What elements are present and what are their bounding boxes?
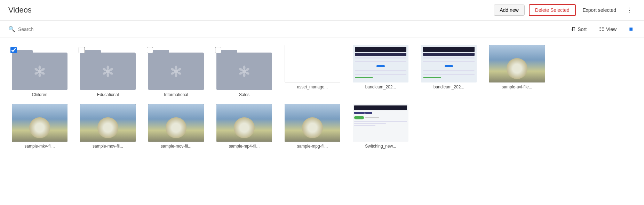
item-label-sales: Sales — [239, 92, 249, 97]
grid-row-1: Children Educational — [8, 45, 636, 97]
grid-icon: ■ — [629, 25, 633, 33]
grid-item-bandicam2[interactable]: bandicam_202... — [418, 45, 480, 97]
item-label-sample_mov2: sample-mov-fil... — [161, 144, 191, 149]
item-label-bandicam2: bandicam_202... — [434, 85, 464, 89]
grid-view-button[interactable]: ■ — [626, 24, 636, 34]
item-label-educational: Educational — [97, 92, 119, 97]
more-options-button[interactable]: ⋮ — [623, 5, 636, 16]
item-label-sample_avi: sample-avi-file... — [502, 85, 532, 89]
item-label-sample_mkv: sample-mkv-fil... — [24, 144, 55, 149]
item-label-informational: Informational — [164, 92, 188, 97]
item-label-asset_manage: asset_manage... — [297, 85, 328, 89]
sort-button[interactable]: ⇵ Sort — [568, 24, 589, 34]
svg-point-18 — [175, 73, 177, 77]
grid-item-informational[interactable]: Informational — [145, 45, 207, 97]
grid-item-sample_avi[interactable]: sample-avi-file... — [486, 45, 548, 97]
folder-checkbox-informational[interactable] — [147, 47, 153, 54]
grid-item-switching_new[interactable]: Switching_new... — [349, 104, 412, 149]
page-title: Videos — [8, 6, 494, 15]
grid-item-sample_mp4[interactable]: sample-mp4-fil... — [213, 104, 276, 149]
search-input[interactable] — [18, 26, 122, 32]
item-label-switching_new: Switching_new... — [365, 144, 396, 149]
checkbox-children[interactable] — [10, 47, 17, 53]
toolbar-right: ⇵ Sort ☷ View ■ — [568, 24, 636, 34]
folder-checkbox-children[interactable] — [10, 47, 17, 54]
svg-point-8 — [106, 65, 109, 70]
checkbox-sales[interactable] — [215, 47, 221, 53]
grid-item-asset_manage[interactable]: asset_manage... — [281, 45, 344, 97]
item-label-children: Children — [32, 92, 48, 97]
folder-checkbox-educational[interactable] — [79, 47, 85, 54]
toolbar: 🔍 ⇵ Sort ☷ View ■ — [0, 21, 644, 38]
sort-label: Sort — [578, 26, 587, 32]
folder-checkbox-sales[interactable] — [215, 47, 221, 54]
header: Videos Add new Delete Selected Export se… — [0, 0, 644, 21]
grid-item-sales[interactable]: Sales — [213, 45, 276, 97]
svg-point-1 — [38, 65, 41, 70]
svg-point-22 — [243, 65, 245, 70]
item-label-sample_mp4: sample-mp4-fil... — [229, 144, 260, 149]
add-new-button[interactable]: Add new — [494, 5, 524, 16]
view-button[interactable]: ☷ View — [596, 24, 619, 34]
grid-item-sample_mpg[interactable]: sample-mpg-fil... — [281, 104, 344, 149]
header-actions: Add new Delete Selected Export selected … — [494, 4, 636, 16]
grid-item-educational[interactable]: Educational — [77, 45, 139, 97]
grid-container: Children Educational — [0, 38, 644, 156]
grid-item-sample_mkv[interactable]: sample-mkv-fil... — [8, 104, 71, 149]
grid-item-children[interactable]: Children — [8, 45, 71, 97]
export-selected-button[interactable]: Export selected — [580, 5, 619, 15]
view-label: View — [606, 26, 617, 32]
grid-row-2: sample-mkv-fil... sample-mov-fil... samp… — [8, 104, 636, 149]
grid-item-sample_mov1[interactable]: sample-mov-fil... — [77, 104, 139, 149]
checkbox-informational[interactable] — [147, 47, 153, 53]
svg-point-4 — [38, 73, 41, 77]
search-icon: 🔍 — [8, 26, 15, 32]
svg-point-11 — [106, 73, 109, 77]
item-label-bandicam1: bandicam_202... — [365, 85, 396, 89]
grid-item-sample_mov2[interactable]: sample-mov-fil... — [145, 104, 207, 149]
grid-item-bandicam1[interactable]: bandicam_202... — [349, 45, 412, 97]
svg-point-25 — [243, 73, 245, 77]
item-label-sample_mpg: sample-mpg-fil... — [297, 144, 328, 149]
checkbox-educational[interactable] — [79, 47, 85, 53]
item-label-sample_mov1: sample-mov-fil... — [93, 144, 123, 149]
view-icon: ☷ — [599, 26, 604, 32]
sort-icon: ⇵ — [571, 26, 575, 32]
search-container: 🔍 — [8, 26, 568, 32]
svg-point-15 — [175, 65, 177, 70]
delete-selected-button[interactable]: Delete Selected — [529, 4, 576, 16]
